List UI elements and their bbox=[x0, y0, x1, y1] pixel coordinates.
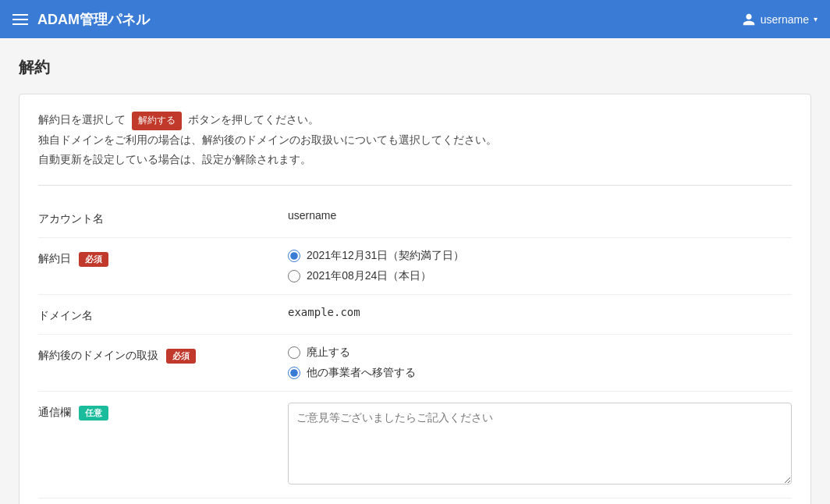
domain-name-label-col: ドメイン名 bbox=[38, 306, 288, 323]
domain-handling-radio-1[interactable] bbox=[288, 346, 300, 359]
cancellation-date-option-1[interactable]: 2021年12月31日（契約満了日） bbox=[288, 249, 792, 263]
domain-handling-option-1[interactable]: 廃止する bbox=[288, 346, 792, 360]
cancellation-date-label: 解約日 bbox=[38, 252, 71, 266]
cancellation-date-badge: 必須 bbox=[79, 252, 108, 267]
account-name-value: username bbox=[288, 206, 336, 222]
comment-badge: 任意 bbox=[79, 406, 108, 421]
cancellation-date-radio-2[interactable] bbox=[288, 270, 300, 282]
page-title: 解約 bbox=[19, 57, 811, 78]
domain-name-row: ドメイン名 example.com bbox=[38, 295, 792, 335]
card-notice: 解約日を選択して 解約する ボタンを押してください。 独自ドメインをご利用の場合… bbox=[38, 110, 792, 169]
comment-label-col: 通信欄 任意 bbox=[38, 403, 288, 421]
notice-line1: 解約日を選択して 解約する ボタンを押してください。 bbox=[38, 110, 792, 130]
cancellation-date-radio-group: 2021年12月31日（契約満了日） 2021年08月24日（本日） bbox=[288, 249, 792, 283]
comment-row: 通信欄 任意 bbox=[38, 392, 792, 499]
account-name-label-col: アカウント名 bbox=[38, 209, 288, 226]
username-label: username bbox=[761, 13, 809, 26]
account-name-value-col: username bbox=[288, 209, 792, 222]
cancellation-date-option-1-label: 2021年12月31日（契約満了日） bbox=[307, 249, 464, 263]
header-left: ADAM管理パネル bbox=[12, 10, 150, 29]
comment-textarea[interactable] bbox=[288, 403, 792, 484]
cancellation-date-row: 解約日 必須 2021年12月31日（契約満了日） 2021年08月24日（本日… bbox=[38, 238, 792, 295]
cancellation-date-option-2-label: 2021年08月24日（本日） bbox=[307, 269, 431, 283]
domain-handling-value-col: 廃止する 他の事業者へ移管する bbox=[288, 346, 792, 380]
domain-handling-label: 解約後のドメインの取扱 bbox=[38, 349, 158, 363]
menu-icon[interactable] bbox=[12, 14, 28, 25]
user-menu[interactable]: username ▾ bbox=[742, 12, 818, 27]
domain-handling-row: 解約後のドメインの取扱 必須 廃止する 他の事業者へ移管する bbox=[38, 335, 792, 392]
comment-label: 通信欄 bbox=[38, 406, 71, 420]
domain-handling-option-1-label: 廃止する bbox=[307, 346, 350, 360]
cancellation-date-option-2[interactable]: 2021年08月24日（本日） bbox=[288, 269, 792, 283]
cancellation-date-value-col: 2021年12月31日（契約満了日） 2021年08月24日（本日） bbox=[288, 249, 792, 283]
notice-badge: 解約する bbox=[132, 112, 182, 130]
header-title: ADAM管理パネル bbox=[37, 10, 150, 29]
domain-handling-option-2[interactable]: 他の事業者へ移管する bbox=[288, 366, 792, 380]
domain-name-value: example.com bbox=[288, 303, 360, 318]
user-icon bbox=[742, 12, 756, 27]
cancellation-date-label-col: 解約日 必須 bbox=[38, 249, 288, 267]
header: ADAM管理パネル username ▾ bbox=[0, 0, 830, 38]
main-content: 解約 解約日を選択して 解約する ボタンを押してください。 独自ドメインをご利用… bbox=[0, 38, 830, 504]
divider bbox=[38, 185, 792, 186]
notice-line3: 自動更新を設定している場合は、設定が解除されます。 bbox=[38, 150, 792, 169]
notice-line2: 独自ドメインをご利用の場合は、解約後のドメインのお取扱いについても選択してくださ… bbox=[38, 130, 792, 150]
domain-handling-radio-2[interactable] bbox=[288, 367, 300, 379]
domain-handling-label-col: 解約後のドメインの取扱 必須 bbox=[38, 346, 288, 364]
domain-handling-option-2-label: 他の事業者へ移管する bbox=[307, 366, 416, 380]
domain-name-value-col: example.com bbox=[288, 306, 792, 318]
domain-handling-radio-group: 廃止する 他の事業者へ移管する bbox=[288, 346, 792, 380]
cancellation-card: 解約日を選択して 解約する ボタンを押してください。 独自ドメインをご利用の場合… bbox=[19, 94, 811, 504]
cancellation-date-radio-1[interactable] bbox=[288, 250, 300, 262]
account-name-label: アカウント名 bbox=[38, 212, 104, 226]
account-name-row: アカウント名 username bbox=[38, 198, 792, 238]
domain-name-label: ドメイン名 bbox=[38, 309, 93, 323]
dropdown-arrow-icon: ▾ bbox=[814, 15, 818, 23]
comment-value-col bbox=[288, 403, 792, 487]
domain-handling-badge: 必須 bbox=[166, 349, 196, 364]
